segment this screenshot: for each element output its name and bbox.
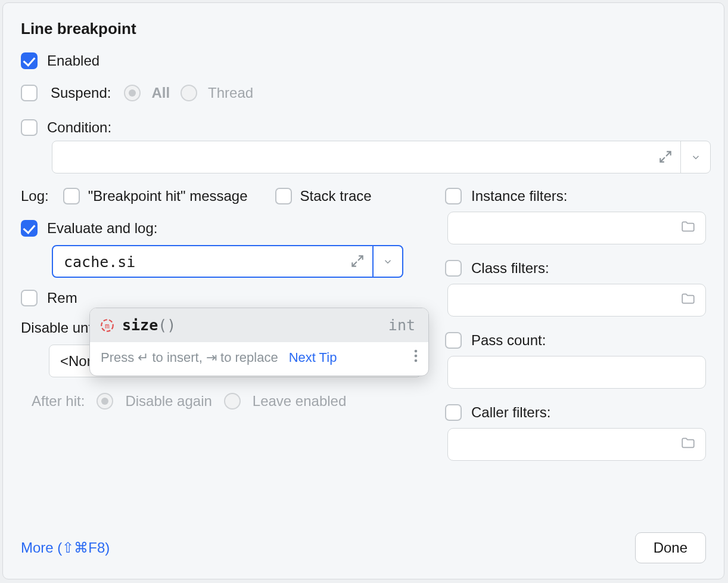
pass-count-input[interactable]	[447, 356, 706, 389]
class-filters-input[interactable]	[447, 284, 706, 317]
history-dropdown[interactable]	[372, 246, 402, 277]
completion-return-type: int	[388, 317, 415, 334]
after-hit-leave-radio[interactable]	[224, 393, 241, 410]
completion-name: size()	[122, 317, 176, 334]
suspend-checkbox[interactable]	[21, 85, 38, 101]
completion-footer: Press ↵ to insert, ⇥ to replace Next Tip	[90, 342, 428, 376]
after-hit-leave-label: Leave enabled	[253, 393, 346, 410]
instance-filters-label: Instance filters:	[471, 188, 567, 204]
instance-filters-input[interactable]	[447, 212, 706, 244]
condition-input-wrap	[52, 141, 711, 173]
enabled-checkbox[interactable]	[21, 52, 38, 69]
suspend-row: Suspend: All Thread	[21, 85, 706, 101]
remove-once-checkbox[interactable]	[21, 290, 38, 306]
log-label: Log:	[21, 188, 49, 204]
suspend-label: Suspend:	[51, 85, 111, 101]
suspend-all-radio[interactable]	[124, 85, 141, 101]
log-stack-label: Stack trace	[300, 188, 372, 204]
enabled-row: Enabled	[21, 52, 706, 69]
suspend-options: All Thread	[124, 85, 253, 101]
enabled-label: Enabled	[47, 52, 99, 69]
log-stack-checkbox[interactable]	[275, 188, 292, 204]
remove-once-label: Rem	[47, 290, 77, 306]
instance-filters-checkbox[interactable]	[445, 188, 462, 204]
svg-point-2	[415, 350, 418, 353]
breakpoint-dialog: Line breakpoint Enabled Suspend: All Thr…	[2, 2, 724, 579]
caller-filters-input[interactable]	[447, 428, 706, 461]
done-button[interactable]: Done	[635, 532, 706, 563]
suspend-all-label: All	[151, 85, 170, 101]
svg-point-4	[415, 359, 418, 362]
more-link[interactable]: More (⇧⌘F8)	[21, 539, 110, 556]
evaluate-input-text: cache.si	[64, 253, 135, 270]
completion-hint: Press ↵ to insert, ⇥ to replace	[101, 350, 278, 365]
log-row: Log: "Breakpoint hit" message Stack trac…	[21, 188, 421, 204]
after-hit-disable-label: Disable again	[125, 393, 211, 410]
caller-filters-checkbox[interactable]	[445, 404, 462, 421]
condition-label: Condition:	[47, 119, 111, 136]
svg-point-3	[415, 355, 418, 358]
completion-popup: m size() int Press ↵ to insert, ⇥ to rep…	[89, 308, 429, 376]
pass-count-checkbox[interactable]	[445, 332, 462, 349]
condition-checkbox[interactable]	[21, 119, 38, 136]
log-hit-label: "Breakpoint hit" message	[88, 188, 248, 204]
more-menu-icon[interactable]	[414, 349, 418, 366]
pass-count-label: Pass count:	[471, 332, 546, 349]
pass-count-block: Pass count:	[445, 332, 706, 389]
instance-filters-block: Instance filters:	[445, 188, 706, 244]
right-column: Instance filters: Class filters:	[445, 188, 706, 476]
next-tip-link[interactable]: Next Tip	[289, 350, 337, 365]
class-filters-checkbox[interactable]	[445, 260, 462, 277]
log-hit-checkbox[interactable]	[63, 188, 80, 204]
folder-icon[interactable]	[680, 291, 696, 310]
history-dropdown[interactable]	[680, 141, 710, 173]
suspend-thread-radio[interactable]	[181, 85, 197, 101]
after-hit-disable-radio[interactable]	[97, 393, 113, 410]
caller-filters-block: Caller filters:	[445, 404, 706, 461]
evaluate-input-wrap: cache.si	[52, 245, 403, 278]
class-filters-label: Class filters:	[471, 260, 549, 277]
evaluate-row: Evaluate and log:	[21, 220, 421, 237]
folder-icon[interactable]	[680, 219, 696, 238]
expand-icon[interactable]	[658, 149, 674, 166]
dialog-footer: More (⇧⌘F8) Done	[21, 532, 706, 563]
condition-row: Condition:	[21, 119, 706, 136]
evaluate-label: Evaluate and log:	[47, 220, 157, 237]
expand-icon[interactable]	[350, 253, 366, 270]
svg-text:m: m	[105, 321, 110, 330]
evaluate-checkbox[interactable]	[21, 220, 38, 237]
evaluate-input[interactable]: cache.si	[52, 245, 403, 278]
after-hit-row: After hit: Disable again Leave enabled	[32, 393, 421, 410]
method-icon: m	[99, 318, 115, 333]
remove-once-row: Rem	[21, 290, 421, 306]
dialog-title: Line breakpoint	[21, 20, 706, 38]
class-filters-block: Class filters:	[445, 260, 706, 317]
folder-icon[interactable]	[680, 435, 696, 454]
condition-input[interactable]	[52, 141, 711, 173]
caller-filters-label: Caller filters:	[471, 404, 550, 421]
completion-item[interactable]: m size() int	[90, 308, 428, 342]
suspend-thread-label: Thread	[208, 85, 253, 101]
after-hit-label: After hit:	[32, 393, 85, 410]
